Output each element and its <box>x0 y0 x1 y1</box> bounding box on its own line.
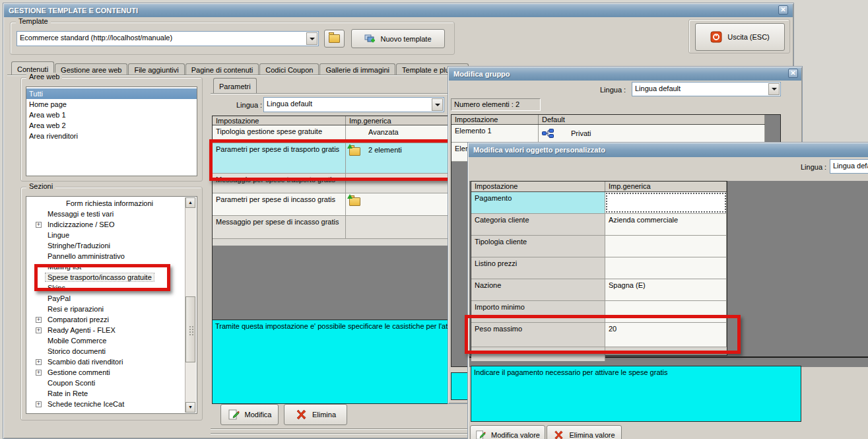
sezioni-tree-item[interactable]: Coupon Sconti <box>26 378 185 388</box>
parametri-tab-label: Parametri <box>219 83 251 90</box>
aree-web-item[interactable]: Area web 2 <box>26 120 197 131</box>
sezioni-tree-item[interactable]: Scambio dati rivenditori <box>26 356 185 367</box>
valori-lingua-label: Lingua : <box>801 163 826 171</box>
valori-lingua-value: Lingua defa <box>833 162 868 170</box>
elimina-valore-button[interactable]: Elimina valore <box>547 425 622 439</box>
sezioni-tree: Form richiesta informazioni Messaggi e t… <box>26 198 185 409</box>
modifica-valori-titlebar[interactable]: Modifica valori oggetto personalizzato <box>469 143 868 157</box>
sezioni-item-label: Rate in Rete <box>46 389 90 397</box>
column-header[interactable]: Imp.generica <box>605 182 727 191</box>
aree-web-listbox: Tutti Home page Area web 1 Area web 2 Ar… <box>26 86 197 176</box>
sezioni-item-label: PayPal <box>46 294 73 302</box>
table-row[interactable]: Tipologia cliente <box>471 236 727 257</box>
modifica-button[interactable]: Modifica <box>220 404 279 425</box>
setting-cell: Elemento 1 <box>451 125 539 142</box>
aree-web-item[interactable]: Area rivenditori <box>26 131 197 141</box>
scroll-up-icon[interactable]: ▲ <box>185 197 195 208</box>
sezioni-tree-item[interactable]: Indicizzazione / SEO <box>26 219 185 230</box>
aree-web-group-label: Aree web <box>26 73 62 81</box>
sezioni-tree-item[interactable]: Ready Agenti - FLEX <box>26 325 185 335</box>
tab[interactable]: Gestione aree web <box>55 63 127 75</box>
column-header[interactable]: Impostazione <box>213 116 346 125</box>
template-dropdown-arrow-icon[interactable] <box>306 32 317 45</box>
aree-web-item[interactable]: Home page <box>26 99 197 110</box>
main-close-icon[interactable]: ✕ <box>778 5 788 15</box>
exit-button[interactable]: Uscita (ESC) <box>695 23 785 51</box>
sezioni-tree-item[interactable]: Rate in Rete <box>26 388 185 399</box>
elimina-valore-label: Elimina valore <box>569 431 615 439</box>
sezioni-item-label: Pannello amministrativo <box>46 252 127 260</box>
gruppo-lingua-arrow-icon[interactable] <box>768 83 780 95</box>
aree-web-item-label: Home page <box>29 100 67 108</box>
sezioni-tree-item[interactable]: Resi e riparazioni <box>26 304 185 314</box>
expand-plus-icon[interactable] <box>36 401 42 407</box>
table-row[interactable]: Listino prezzi <box>471 257 727 279</box>
parametri-info-text: Tramite questa impostazione e' possibile… <box>215 322 455 330</box>
elimina-button[interactable]: Elimina <box>284 404 347 425</box>
expand-plus-icon[interactable] <box>36 317 42 323</box>
valori-info-text: Indicare il pagamento necessario per att… <box>474 368 668 376</box>
expand-plus-icon[interactable] <box>36 359 42 365</box>
org-chart-icon <box>542 129 554 138</box>
template-dropdown[interactable]: Ecommerce standard (http://localhost/man… <box>17 31 319 46</box>
table-row[interactable]: Nazione Spagna (E) <box>471 279 727 301</box>
sezioni-tree-item[interactable]: Mobile Commerce <box>26 335 185 346</box>
sezioni-tree-item[interactable]: Lingue <box>26 230 185 240</box>
aree-web-item[interactable]: Tutti <box>26 88 197 99</box>
sezioni-tree-item[interactable]: Pannello amministrativo <box>26 251 185 261</box>
modifica-button-label: Modifica <box>245 411 272 419</box>
sezioni-item-label: Gestione commenti <box>46 368 112 376</box>
exit-button-label: Uscita (ESC) <box>727 33 770 41</box>
scroll-thumb[interactable] <box>185 296 195 362</box>
tab[interactable]: File aggiuntivi <box>128 63 184 75</box>
sezioni-tree-item[interactable]: Storico documenti <box>26 346 185 356</box>
sezioni-tree-item[interactable]: Messaggi e testi vari <box>26 209 185 219</box>
sezioni-item-label: Scambio dati rivenditori <box>46 358 125 366</box>
sezioni-item-label: Resi e riparazioni <box>46 305 106 313</box>
table-row[interactable]: Elemento 1 Privati <box>451 125 765 143</box>
tab[interactable]: Gallerie di immagini <box>319 63 395 75</box>
tab-label: Codici Coupon <box>265 66 313 74</box>
value-cell: Privati <box>539 125 765 142</box>
setting-cell: Nazione <box>471 279 605 300</box>
column-header[interactable]: Impostazione <box>451 115 539 124</box>
sezioni-tree-item[interactable]: Comparatori prezzi <box>26 314 185 325</box>
gruppo-lingua-dropdown[interactable]: Lingua default <box>632 82 781 96</box>
tab[interactable]: Codici Coupon <box>259 63 319 75</box>
parametri-tab[interactable]: Parametri <box>213 78 257 94</box>
scroll-down-icon[interactable]: ▼ <box>185 402 195 413</box>
modifica-gruppo-titlebar[interactable]: Modifica gruppo <box>449 67 801 81</box>
aree-web-item[interactable]: Area web 1 <box>26 110 197 120</box>
expand-plus-icon[interactable] <box>36 222 42 228</box>
modifica-gruppo-close-icon[interactable]: ✕ <box>788 69 798 78</box>
sezioni-tree-item[interactable]: Gestione commenti <box>26 367 185 378</box>
value-cell <box>605 192 727 213</box>
valori-lingua-dropdown[interactable]: Lingua defa <box>830 159 868 174</box>
column-header[interactable]: Default <box>539 115 765 124</box>
open-template-folder-button[interactable] <box>324 30 345 48</box>
lingua-label: Lingua : <box>236 101 262 109</box>
new-template-button[interactable]: Nuovo template <box>351 29 445 48</box>
sezioni-tree-item[interactable]: Stringhe/Traduzioni <box>26 240 185 251</box>
sezioni-tree-item[interactable]: Form richiesta informazioni <box>26 198 185 209</box>
sezioni-item-label: Schede tecniche IceCat <box>46 400 126 408</box>
lingua-dropdown[interactable]: Lingua default <box>263 97 444 112</box>
gruppo-lingua-label: Lingua : <box>600 86 626 94</box>
annotation-red-box-sezione <box>34 264 170 291</box>
sezioni-tree-item[interactable]: Schede tecniche IceCat <box>26 399 185 409</box>
value-cell: Azienda commerciale <box>605 214 727 235</box>
main-window-titlebar[interactable]: GESTIONE TEMPLATE E CONTENUTI <box>4 4 793 17</box>
column-header[interactable]: Impostazione <box>471 182 605 191</box>
table-row[interactable]: Pagamento <box>471 192 727 214</box>
sezioni-tree-item[interactable]: PayPal <box>26 293 185 304</box>
sezioni-scrollbar[interactable]: ▲ ▼ <box>185 197 196 413</box>
gruppo-lingua-value: Lingua default <box>635 84 681 92</box>
table-row[interactable]: Categoria cliente Azienda commerciale <box>471 214 727 236</box>
main-window-title: GESTIONE TEMPLATE E CONTENUTI <box>9 7 138 15</box>
expand-plus-icon[interactable] <box>36 370 42 376</box>
expand-plus-icon[interactable] <box>36 327 42 333</box>
lingua-dropdown-arrow-icon[interactable] <box>432 98 443 111</box>
modifica-valore-button[interactable]: Modifica valore <box>470 425 545 439</box>
tab[interactable]: Pagine di contenuti <box>185 63 259 75</box>
new-template-button-label: Nuovo template <box>380 35 431 43</box>
